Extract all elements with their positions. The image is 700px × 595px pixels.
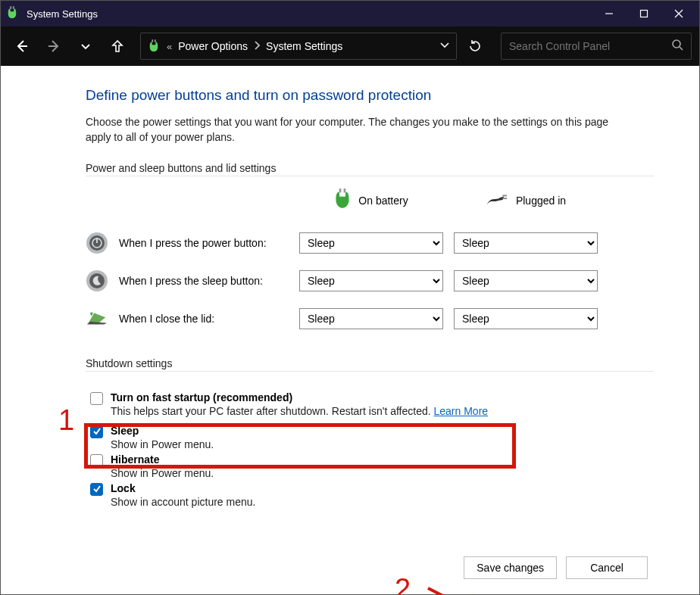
up-button[interactable] bbox=[104, 33, 131, 60]
power-button-icon bbox=[86, 232, 108, 254]
breadcrumb-root-chevron[interactable]: « bbox=[167, 41, 172, 52]
hibernate-checkbox[interactable] bbox=[90, 454, 103, 467]
search-icon[interactable] bbox=[671, 39, 683, 54]
recent-locations-button[interactable] bbox=[72, 33, 99, 60]
svg-rect-14 bbox=[502, 195, 507, 196]
back-button[interactable] bbox=[8, 33, 36, 60]
svg-line-11 bbox=[680, 47, 683, 50]
svg-rect-12 bbox=[339, 188, 342, 192]
annotation-arrow bbox=[425, 584, 508, 595]
lock-row: Lock Show in account picture menu. bbox=[90, 481, 654, 509]
svg-rect-1 bbox=[13, 6, 14, 9]
fast-startup-checkbox[interactable] bbox=[90, 392, 103, 405]
close-button[interactable] bbox=[661, 1, 696, 26]
laptop-lid-icon bbox=[86, 307, 108, 330]
fast-startup-row: Turn on fast startup (recommended) This … bbox=[90, 382, 654, 423]
column-plugged-in: Plugged in bbox=[486, 188, 566, 220]
svg-rect-15 bbox=[502, 198, 507, 199]
lid-plugged-select[interactable]: Sleep bbox=[454, 308, 598, 329]
svg-rect-0 bbox=[10, 6, 11, 9]
page-description: Choose the power settings that you want … bbox=[86, 114, 616, 145]
footer-buttons: Save changes Cancel bbox=[86, 556, 654, 579]
hibernate-sub: Show in Power menu. bbox=[111, 467, 214, 479]
svg-rect-9 bbox=[155, 39, 156, 42]
lid-battery-select[interactable]: Sleep bbox=[299, 308, 443, 329]
window-controls bbox=[592, 1, 696, 26]
row-power-button: When I press the power button: bbox=[86, 224, 289, 262]
sleep-button-icon bbox=[86, 269, 108, 292]
svg-line-22 bbox=[428, 588, 490, 595]
sleep-checkbox[interactable] bbox=[90, 425, 103, 438]
svg-point-10 bbox=[673, 40, 680, 48]
breadcrumb-chevron-icon bbox=[254, 41, 260, 52]
row-sleep-button: When I press the sleep button: bbox=[86, 262, 289, 300]
lock-sub: Show in account picture menu. bbox=[111, 496, 255, 508]
save-changes-button[interactable]: Save changes bbox=[464, 556, 557, 579]
title-bar: System Settings bbox=[1, 1, 699, 26]
search-box[interactable] bbox=[501, 33, 692, 60]
annotation-2: 2 bbox=[395, 573, 411, 595]
cancel-button[interactable]: Cancel bbox=[566, 556, 648, 579]
sleep-battery-select[interactable]: Sleep bbox=[299, 270, 443, 291]
sleep-plugged-select[interactable]: Sleep bbox=[454, 270, 598, 291]
svg-rect-13 bbox=[344, 188, 346, 192]
search-input[interactable] bbox=[509, 40, 671, 52]
power-plugged-select[interactable]: Sleep bbox=[454, 232, 598, 254]
svg-rect-8 bbox=[152, 39, 153, 42]
minimize-button[interactable] bbox=[592, 1, 627, 26]
hibernate-title: Hibernate bbox=[111, 453, 214, 466]
breadcrumb-dropdown-icon[interactable] bbox=[439, 39, 450, 53]
lock-checkbox[interactable] bbox=[90, 483, 103, 496]
hibernate-row: Hibernate Show in Power menu. bbox=[90, 452, 654, 481]
content-area: Define power buttons and turn on passwor… bbox=[1, 66, 699, 594]
refresh-button[interactable] bbox=[461, 33, 489, 60]
annotation-1: 1 bbox=[58, 404, 74, 437]
fast-startup-title: Turn on fast startup (recommended) bbox=[111, 391, 488, 403]
app-icon bbox=[7, 6, 19, 21]
battery-icon bbox=[147, 39, 161, 54]
section1-title: Power and sleep buttons and lid settings bbox=[86, 162, 654, 176]
window-title: System Settings bbox=[27, 8, 592, 20]
page-title: Define power buttons and turn on passwor… bbox=[86, 87, 654, 104]
breadcrumb-power-options[interactable]: Power Options bbox=[178, 40, 248, 52]
sleep-sub: Show in Power menu. bbox=[111, 438, 214, 450]
sleep-row: Sleep Show in Power menu. bbox=[90, 423, 654, 452]
battery-icon bbox=[334, 188, 351, 213]
svg-rect-3 bbox=[641, 11, 648, 17]
lock-title: Lock bbox=[111, 482, 255, 494]
row-close-lid: When I close the lid: bbox=[86, 300, 289, 338]
maximize-button[interactable] bbox=[627, 1, 661, 26]
power-battery-select[interactable]: Sleep bbox=[299, 232, 443, 254]
breadcrumb-system-settings[interactable]: System Settings bbox=[266, 40, 342, 52]
learn-more-link[interactable]: Learn More bbox=[434, 405, 489, 417]
navigation-bar: « Power Options System Settings bbox=[1, 26, 699, 66]
breadcrumb-bar[interactable]: « Power Options System Settings bbox=[140, 33, 457, 60]
plug-icon bbox=[486, 192, 508, 210]
fast-startup-sub: This helps start your PC faster after sh… bbox=[111, 405, 488, 417]
sleep-title: Sleep bbox=[111, 425, 214, 437]
forward-button[interactable] bbox=[40, 33, 67, 60]
section2-title: Shutdown settings bbox=[86, 357, 654, 372]
column-on-battery: On battery bbox=[334, 184, 408, 224]
